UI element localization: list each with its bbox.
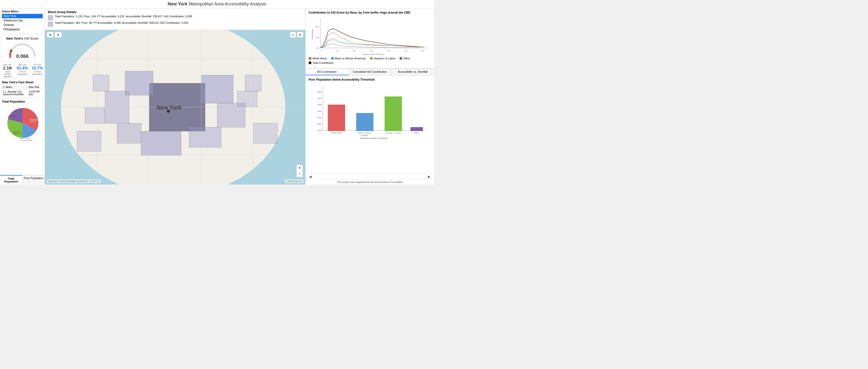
chart-tab-asi[interactable]: ASI Contribution — [306, 69, 348, 75]
metro-item-orlando[interactable]: Orlando — [2, 23, 43, 27]
map-dropdown-button[interactable]: ▼ — [55, 32, 62, 37]
legend-dot-total — [309, 61, 311, 64]
chart-tab-cumulative[interactable]: Cumulative ASI Contribution — [348, 69, 392, 75]
pie-label-black: Black or African — [20, 138, 30, 139]
bar-chart-container: 200k 300k 400k 500k 600k 700k 800k — [309, 83, 431, 140]
fact-key-car: 1.1. Average Car-based Accessibility — [2, 89, 28, 97]
svg-text:White Alone: White Alone — [331, 132, 342, 134]
pie-label-hispanic2: Latino 23.83% — [13, 133, 23, 134]
city-dot — [167, 110, 170, 113]
svg-text:10%: 10% — [315, 26, 319, 28]
pie-container: White Alone 47.17% Hispanic or Latino 23… — [4, 104, 41, 141]
svg-point-0 — [10, 50, 12, 52]
main-content: Select Metro: New York Oklahoma City Orl… — [0, 8, 434, 184]
svg-text:700k: 700k — [317, 97, 322, 100]
svg-text:Contribution: Contribution — [311, 29, 313, 39]
svg-text:142: 142 — [404, 50, 407, 52]
svg-text:86: 86 — [371, 50, 373, 52]
legend-black: Black or African American — [331, 57, 366, 60]
right-panel: Contribution to ASI Score by Race, by 2-… — [306, 8, 434, 184]
app-container: New York Metropolitan Area Accessibility… — [0, 0, 434, 184]
zoom-in-button[interactable]: + — [297, 165, 303, 171]
stat-total-pct: (11.5%) 10.7% of Total Population — [30, 63, 45, 79]
legend-dot-white — [309, 57, 311, 60]
bar-chart-svg: 200k 300k 400k 500k 600k 700k 800k — [309, 83, 431, 140]
legend-label-white: White Alone — [312, 57, 327, 60]
stat-total-label: Total People Affected — [1, 70, 13, 78]
map-grid-button[interactable]: ⊞ — [47, 32, 54, 37]
bar-white — [328, 105, 345, 131]
pie-label-other: Other 12.98% — [7, 115, 17, 117]
svg-text:American: American — [361, 134, 369, 136]
svg-rect-11 — [93, 75, 109, 91]
svg-text:Distance from CBD (km): Distance from CBD (km) — [363, 53, 384, 55]
bar-other — [410, 127, 423, 131]
svg-text:0%: 0% — [316, 47, 319, 49]
svg-text:Other: Other — [414, 132, 419, 134]
metro-list: New York Oklahoma City Orlando Philadelp… — [2, 14, 43, 32]
metro-item-philadelphia[interactable]: Philadelphia — [2, 27, 43, 32]
pie-label-hispanic: Hispanic or — [13, 131, 21, 132]
asi-score-word: ASI Score — [24, 37, 38, 40]
line-chart-svg: 0% 5% 10% 2 30 58 86 114 1 — [309, 16, 431, 55]
line-white — [320, 33, 424, 48]
map-layers-button[interactable]: ⧉ — [297, 32, 303, 37]
tab-total-population[interactable]: Total Population — [0, 175, 23, 184]
asi-score-title: New York's ASI Score — [3, 37, 41, 40]
center-panel: Block Group Details: Total Population: 1… — [45, 8, 306, 184]
map-credit-right: Powered by Esri — [285, 179, 303, 183]
svg-text:Hispanic or Latino: Hispanic or Latino — [385, 132, 401, 134]
map-toolbar: ⊞ ▼ — [47, 32, 62, 37]
bottom-note: This project was supported by the Israel… — [306, 179, 434, 184]
block-icon-2 — [48, 22, 53, 27]
scroll-right-button[interactable]: ▶ — [427, 174, 431, 179]
scroll-left-button[interactable]: ◀ — [309, 174, 312, 179]
svg-rect-9 — [117, 123, 141, 143]
zoom-out-button[interactable]: − — [297, 171, 303, 177]
svg-text:400k: 400k — [317, 116, 322, 119]
svg-text:Population below Threshold: Population below Threshold — [360, 137, 387, 140]
fact-val-car: 2,630,585 jobs — [28, 89, 43, 97]
svg-text:800k: 800k — [317, 91, 322, 93]
gauge-min-label: 0 — [10, 57, 11, 60]
legend-dot-black — [331, 57, 334, 60]
svg-text:5%: 5% — [316, 36, 319, 38]
bar-chart-panel: Poor Population below Accessibility Thre… — [306, 76, 434, 173]
line-chart-container: 0% 5% 10% 2 30 58 86 114 1 — [309, 16, 431, 55]
metro-item-newyork[interactable]: New York — [2, 14, 43, 18]
svg-text:300k: 300k — [317, 123, 322, 125]
map-zoom-controls: + − — [297, 165, 303, 177]
bar-hispanic — [384, 96, 402, 131]
stat-totalpct-value: 10.7% — [31, 66, 43, 70]
map-area[interactable]: New York ⊞ ▼ — [45, 30, 305, 184]
svg-text:600k: 600k — [317, 104, 322, 106]
legend-dot-other — [399, 57, 402, 60]
legend-hispanic: Hispanic or Latino — [370, 57, 396, 60]
svg-text:58: 58 — [353, 50, 356, 52]
legend-area: White Alone Black or African American Hi… — [309, 55, 431, 66]
asi-city-name: New York's — [6, 37, 23, 40]
fact-val-metro: New York — [28, 85, 43, 89]
map-list-button[interactable]: ≡ — [290, 32, 296, 37]
stat-total-sub: (401.7K) — [1, 63, 13, 66]
stat-total-people: (401.7K) 2.1M Total People Affected — [0, 63, 15, 79]
block-group-text-2: Total Population: 961, Poor: 38, PT Acce… — [55, 21, 188, 24]
stat-totalpct-label: of Total Population — [31, 70, 43, 76]
scroll-row: ◀ ▶ — [306, 173, 434, 179]
legend-dot-hispanic — [370, 57, 373, 60]
block-group-title: Block Group Details: — [48, 10, 302, 14]
map-background-svg: New York — [45, 30, 305, 184]
select-metro-section: Select Metro: New York Oklahoma City Orl… — [0, 8, 45, 33]
population-panel: Total Population White Alone 47.17% — [0, 98, 45, 175]
svg-rect-16 — [253, 123, 277, 143]
bottom-tabs: Total Population Poor Population — [0, 175, 45, 184]
legend-white: White Alone — [309, 57, 327, 60]
fact-key-metro: 1. Metro — [2, 85, 28, 89]
svg-text:114: 114 — [387, 50, 390, 52]
stat-poor-label: of Poor Population — [17, 70, 28, 76]
chart-tab-accessibility[interactable]: Accessibility vs. Shortfall — [391, 69, 434, 75]
map-credit: Map data © OpenStreetMap contributors, C… — [47, 179, 100, 183]
tab-poor-population[interactable]: Poor Population — [23, 175, 45, 184]
stat-totalpct-sub: (11.5%) — [31, 63, 43, 66]
metro-item-oklahoma[interactable]: Oklahoma City — [2, 18, 43, 23]
